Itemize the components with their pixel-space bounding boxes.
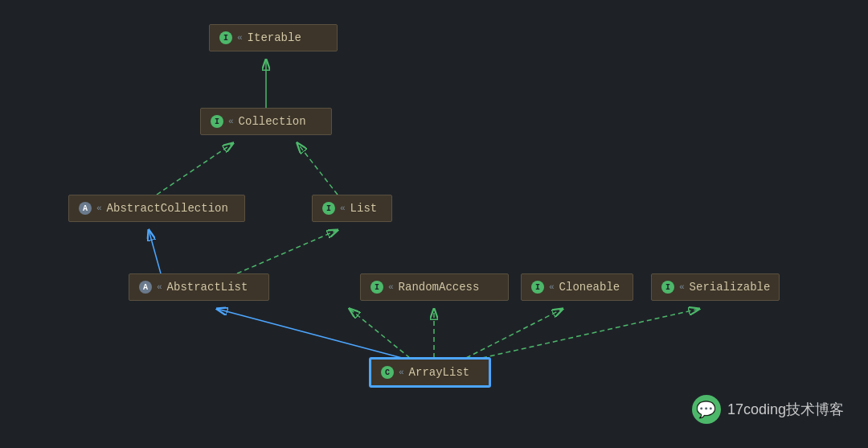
node-array-list[interactable]: C « ArrayList [370,358,490,387]
cloneable-decorator: « [549,282,555,292]
diagram-container: I « Iterable I « Collection A « Abstract… [0,0,868,448]
abstract-collection-decorator: « [96,203,102,213]
array-list-decorator: « [399,368,404,377]
array-list-label: ArrayList [409,366,470,379]
abstract-collection-icon: A [79,202,92,215]
collection-decorator: « [228,117,234,126]
node-abstract-collection[interactable]: A « AbstractCollection [68,195,245,222]
svg-line-6 [149,230,161,273]
watermark-text: 17coding技术博客 [727,400,844,419]
serializable-label: Serializable [690,281,771,294]
random-access-icon: I [371,281,383,294]
list-icon: I [322,202,335,215]
svg-line-12 [482,309,699,358]
svg-line-7 [237,230,338,273]
abstract-list-decorator: « [157,282,162,292]
abstract-collection-label: AbstractCollection [107,202,228,215]
cloneable-icon: I [531,281,544,294]
svg-line-11 [466,309,563,358]
node-collection[interactable]: I « Collection [200,108,332,135]
abstract-list-icon: A [139,281,152,294]
iterable-decorator: « [237,33,243,43]
node-random-access[interactable]: I « RandomAccess [360,273,509,301]
array-list-icon: C [381,366,394,379]
wechat-icon: 💬 [692,395,721,424]
collection-label: Collection [239,115,306,128]
iterable-icon: I [219,31,232,44]
node-abstract-list[interactable]: A « AbstractList [129,273,269,301]
svg-line-9 [350,309,410,358]
cloneable-label: Cloneable [559,281,620,294]
svg-line-5 [297,143,338,195]
abstract-list-label: AbstractList [167,281,248,294]
iterable-label: Iterable [248,31,301,44]
serializable-decorator: « [679,282,685,292]
random-access-label: RandomAccess [399,281,480,294]
random-access-decorator: « [388,282,394,292]
node-serializable[interactable]: I « Serializable [651,273,780,301]
list-decorator: « [340,203,346,213]
collection-icon: I [211,115,223,128]
node-list[interactable]: I « List [312,195,392,222]
watermark: 💬 17coding技术博客 [692,395,844,424]
node-cloneable[interactable]: I « Cloneable [521,273,633,301]
svg-line-8 [217,309,402,358]
list-label: List [350,202,378,215]
node-iterable[interactable]: I « Iterable [209,24,338,51]
serializable-icon: I [661,281,674,294]
svg-line-4 [157,143,233,195]
